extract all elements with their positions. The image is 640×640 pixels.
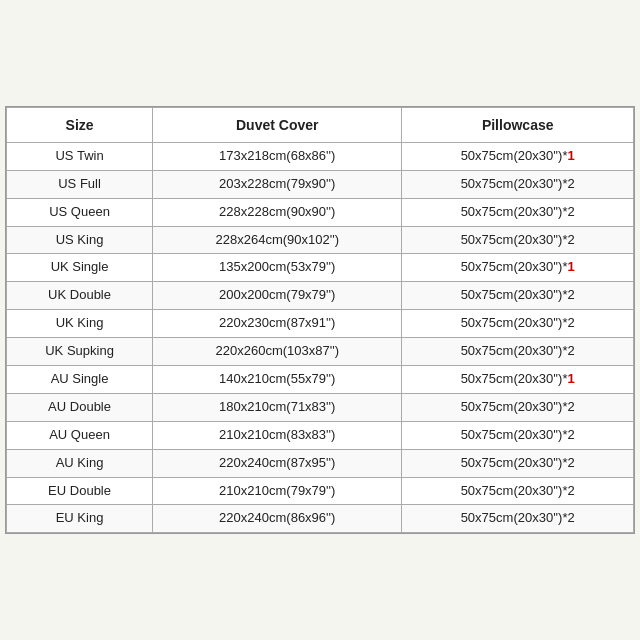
table-row: AU Double180x210cm(71x83'')50x75cm(20x30… [7,393,634,421]
cell-duvet: 173x218cm(68x86'') [153,142,402,170]
pillow-base-text: 50x75cm(20x30'')* [461,148,568,163]
table-row: US Queen228x228cm(90x90'')50x75cm(20x30'… [7,198,634,226]
cell-size: US King [7,226,153,254]
cell-duvet: 210x210cm(83x83'') [153,421,402,449]
cell-size: AU Single [7,365,153,393]
cell-size: EU Double [7,477,153,505]
header-size: Size [7,107,153,142]
table-header-row: Size Duvet Cover Pillowcase [7,107,634,142]
header-pillow: Pillowcase [402,107,634,142]
pillow-base-text: 50x75cm(20x30'')* [461,259,568,274]
cell-pillow: 50x75cm(20x30'')*1 [402,365,634,393]
pillow-count: 2 [568,232,575,247]
cell-duvet: 220x240cm(86x96'') [153,505,402,533]
cell-pillow: 50x75cm(20x30'')*2 [402,226,634,254]
cell-size: AU Queen [7,421,153,449]
cell-duvet: 180x210cm(71x83'') [153,393,402,421]
pillow-count: 2 [568,287,575,302]
pillow-count: 2 [568,483,575,498]
table-row: UK Supking220x260cm(103x87'')50x75cm(20x… [7,338,634,366]
pillow-base-text: 50x75cm(20x30'')* [461,371,568,386]
cell-pillow: 50x75cm(20x30'')*2 [402,477,634,505]
table-row: UK Double200x200cm(79x79'')50x75cm(20x30… [7,282,634,310]
size-chart-table: Size Duvet Cover Pillowcase US Twin173x2… [6,107,634,534]
pillow-count: 1 [568,148,575,163]
pillow-base-text: 50x75cm(20x30'')* [461,287,568,302]
pillow-count: 2 [568,427,575,442]
pillow-count: 2 [568,176,575,191]
cell-pillow: 50x75cm(20x30'')*1 [402,254,634,282]
pillow-base-text: 50x75cm(20x30'')* [461,510,568,525]
table-row: UK Single135x200cm(53x79'')50x75cm(20x30… [7,254,634,282]
cell-size: EU King [7,505,153,533]
pillow-count: 2 [568,204,575,219]
table-row: AU Queen210x210cm(83x83'')50x75cm(20x30'… [7,421,634,449]
cell-pillow: 50x75cm(20x30'')*2 [402,393,634,421]
cell-pillow: 50x75cm(20x30'')*2 [402,505,634,533]
table-row: US Twin173x218cm(68x86'')50x75cm(20x30''… [7,142,634,170]
pillow-base-text: 50x75cm(20x30'')* [461,204,568,219]
cell-pillow: 50x75cm(20x30'')*2 [402,198,634,226]
cell-pillow: 50x75cm(20x30'')*2 [402,170,634,198]
table-row: US Full203x228cm(79x90'')50x75cm(20x30''… [7,170,634,198]
pillow-count: 1 [568,371,575,386]
pillow-base-text: 50x75cm(20x30'')* [461,399,568,414]
cell-duvet: 210x210cm(79x79'') [153,477,402,505]
cell-duvet: 220x230cm(87x91'') [153,310,402,338]
pillow-base-text: 50x75cm(20x30'')* [461,315,568,330]
cell-pillow: 50x75cm(20x30'')*2 [402,338,634,366]
cell-pillow: 50x75cm(20x30'')*2 [402,421,634,449]
cell-duvet: 220x260cm(103x87'') [153,338,402,366]
table-row: UK King220x230cm(87x91'')50x75cm(20x30''… [7,310,634,338]
cell-size: UK Double [7,282,153,310]
cell-duvet: 228x264cm(90x102'') [153,226,402,254]
cell-duvet: 200x200cm(79x79'') [153,282,402,310]
table-row: US King228x264cm(90x102'')50x75cm(20x30'… [7,226,634,254]
cell-size: UK Supking [7,338,153,366]
size-chart-container: Size Duvet Cover Pillowcase US Twin173x2… [5,106,635,535]
table-row: EU Double210x210cm(79x79'')50x75cm(20x30… [7,477,634,505]
pillow-base-text: 50x75cm(20x30'')* [461,483,568,498]
pillow-base-text: 50x75cm(20x30'')* [461,343,568,358]
pillow-count: 2 [568,510,575,525]
cell-duvet: 140x210cm(55x79'') [153,365,402,393]
table-row: AU Single140x210cm(55x79'')50x75cm(20x30… [7,365,634,393]
cell-duvet: 220x240cm(87x95'') [153,449,402,477]
pillow-base-text: 50x75cm(20x30'')* [461,176,568,191]
table-row: EU King220x240cm(86x96'')50x75cm(20x30''… [7,505,634,533]
cell-duvet: 228x228cm(90x90'') [153,198,402,226]
cell-duvet: 135x200cm(53x79'') [153,254,402,282]
cell-pillow: 50x75cm(20x30'')*2 [402,310,634,338]
cell-pillow: 50x75cm(20x30'')*2 [402,282,634,310]
pillow-count: 2 [568,315,575,330]
pillow-count: 2 [568,343,575,358]
header-duvet: Duvet Cover [153,107,402,142]
cell-size: AU King [7,449,153,477]
pillow-count: 1 [568,259,575,274]
cell-size: AU Double [7,393,153,421]
pillow-base-text: 50x75cm(20x30'')* [461,232,568,247]
cell-size: US Queen [7,198,153,226]
cell-duvet: 203x228cm(79x90'') [153,170,402,198]
cell-pillow: 50x75cm(20x30'')*2 [402,449,634,477]
table-row: AU King220x240cm(87x95'')50x75cm(20x30''… [7,449,634,477]
cell-size: UK King [7,310,153,338]
cell-size: US Twin [7,142,153,170]
cell-size: UK Single [7,254,153,282]
pillow-count: 2 [568,455,575,470]
pillow-count: 2 [568,399,575,414]
pillow-base-text: 50x75cm(20x30'')* [461,455,568,470]
pillow-base-text: 50x75cm(20x30'')* [461,427,568,442]
cell-pillow: 50x75cm(20x30'')*1 [402,142,634,170]
cell-size: US Full [7,170,153,198]
